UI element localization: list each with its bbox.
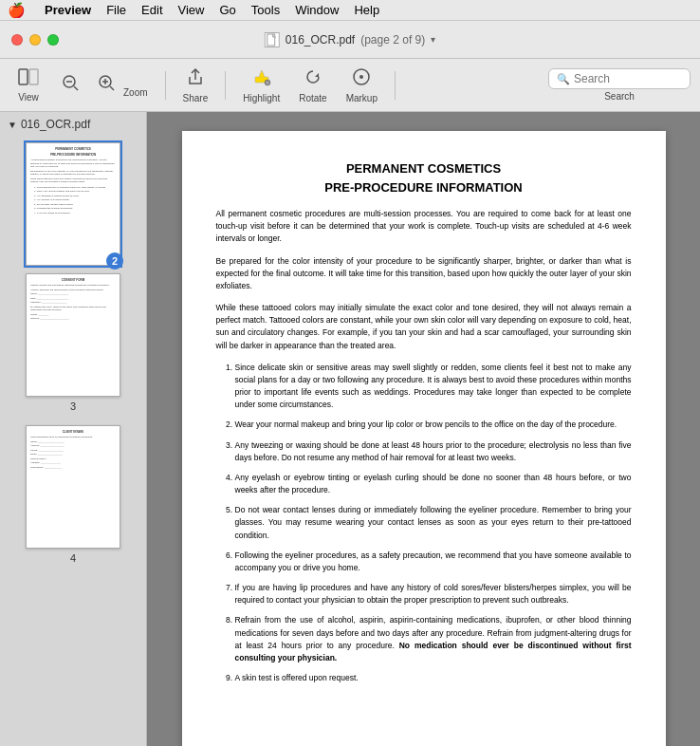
- zoom-out-icon: [61, 73, 80, 97]
- titlebar: 016_OCR.pdf (page 2 of 9) ▾: [0, 21, 700, 59]
- page-num-4: 4: [70, 552, 76, 564]
- doc-icon: [265, 32, 280, 47]
- menu-file[interactable]: File: [106, 3, 126, 17]
- zoom-label: Zoom: [123, 87, 148, 98]
- doc-para-3: While these tattooed colors may initiall…: [216, 302, 632, 352]
- list-item-6: Following the eyeliner procedures, as a …: [235, 550, 632, 574]
- svg-marker-13: [315, 73, 319, 77]
- rotate-button[interactable]: Rotate: [291, 64, 334, 107]
- share-icon: [186, 67, 205, 91]
- doc-title: PERMANENT COSMETICS PRE-PROCEDURE INFORM…: [216, 159, 632, 196]
- markup-label: Markup: [346, 93, 378, 103]
- list-item-7: If you are having lip procedures and hav…: [235, 582, 632, 606]
- rotate-label: Rotate: [299, 93, 326, 103]
- sidebar-page-3[interactable]: CONSENT FORM Patient consent and informa…: [0, 268, 146, 420]
- highlight-label: Highlight: [243, 93, 280, 103]
- separator-1: [165, 71, 166, 100]
- page-num-3: 3: [70, 401, 76, 412]
- sidebar-filename: 016_OCR.pdf: [21, 118, 90, 131]
- thumb-content-3: CONSENT FORM Patient consent and informa…: [27, 274, 120, 325]
- thumbnail-2: PERMANENT COSMETICS PRE-PROCEDURE INFORM…: [26, 142, 120, 266]
- list-item-9: A skin test is offered upon request.: [235, 672, 632, 684]
- svg-point-12: [266, 81, 268, 84]
- list-item-8-bold: No medication should ever be discontinue…: [235, 641, 632, 662]
- search-icon: 🔍: [557, 73, 570, 85]
- doc-para-2: Be prepared for the color intensity of y…: [216, 255, 632, 293]
- svg-rect-1: [19, 69, 28, 84]
- document-area[interactable]: PERMANENT COSMETICS PRE-PROCEDURE INFORM…: [147, 112, 700, 746]
- menubar: 🍎 Preview File Edit View Go Tools Window…: [0, 0, 700, 21]
- share-button[interactable]: Share: [175, 64, 216, 107]
- menu-tools[interactable]: Tools: [251, 3, 280, 17]
- title-chevron[interactable]: ▾: [431, 34, 435, 45]
- main-content: ▼ 016_OCR.pdf PERMANENT COSMETICS PRE-PR…: [0, 112, 700, 746]
- close-button[interactable]: [11, 34, 23, 46]
- maximize-button[interactable]: [47, 34, 59, 46]
- markup-button[interactable]: Markup: [339, 64, 385, 107]
- menu-view[interactable]: View: [178, 3, 205, 17]
- separator-2: [225, 71, 226, 100]
- minimize-button[interactable]: [29, 34, 41, 46]
- menu-window[interactable]: Window: [295, 3, 339, 17]
- title-page-info: (page 2 of 9): [360, 33, 425, 47]
- share-label: Share: [183, 93, 209, 103]
- sidebar: ▼ 016_OCR.pdf PERMANENT COSMETICS PRE-PR…: [0, 112, 147, 746]
- svg-rect-2: [29, 69, 38, 84]
- search-area: 🔍 Search: [548, 68, 691, 102]
- doc-para-1: All permanent cosmetic procedures are mu…: [216, 208, 632, 246]
- list-item-3: Any tweezing or waxing should be done at…: [235, 439, 632, 464]
- separator-3: [395, 71, 396, 100]
- thumbnail-3: CONSENT FORM Patient consent and informa…: [26, 273, 120, 397]
- sidebar-page-4[interactable]: CLIENT INTAKE Client information form fo…: [0, 420, 146, 571]
- menu-edit[interactable]: Edit: [141, 3, 162, 17]
- view-button[interactable]: View: [9, 65, 47, 106]
- traffic-lights: [11, 34, 59, 46]
- zoom-in-button[interactable]: [93, 69, 120, 101]
- thumbnail-4: CLIENT INTAKE Client information form fo…: [26, 425, 120, 549]
- doc-list: Since delicate skin or sensitive areas m…: [216, 362, 632, 685]
- rotate-icon: [304, 67, 322, 91]
- search-box[interactable]: 🔍: [548, 68, 691, 89]
- list-item-2: Wear your normal makeup and bring your l…: [235, 419, 632, 431]
- search-label: Search: [604, 91, 635, 102]
- pen-icon: [251, 67, 272, 91]
- list-item-5: Do not wear contact lenses during or imm…: [235, 504, 632, 542]
- sidebar-chevron-icon: ▼: [8, 120, 17, 130]
- zoom-in-icon: [97, 73, 116, 97]
- document-page: PERMANENT COSMETICS PRE-PROCEDURE INFORM…: [182, 131, 666, 746]
- svg-line-5: [74, 86, 78, 90]
- list-item-1: Since delicate skin or sensitive areas m…: [235, 362, 632, 412]
- list-item-4: Any eyelash or eyebrow tinting or eyelas…: [235, 472, 632, 496]
- menu-go[interactable]: Go: [219, 3, 235, 17]
- list-item-8: Refrain from the use of alcohol, aspirin…: [235, 614, 632, 664]
- highlight-button[interactable]: Highlight: [235, 64, 287, 107]
- thumb-content-2: PERMANENT COSMETICS PRE-PROCEDURE INFORM…: [27, 143, 120, 218]
- markup-icon: [352, 67, 371, 91]
- window-title: 016_OCR.pdf (page 2 of 9) ▾: [265, 32, 435, 47]
- view-label: View: [18, 92, 39, 103]
- thumb-content-4: CLIENT INTAKE Client information form fo…: [27, 426, 120, 473]
- menu-app-name[interactable]: Preview: [45, 3, 91, 17]
- view-icon: [18, 68, 39, 90]
- search-input[interactable]: [574, 72, 682, 85]
- apple-menu[interactable]: 🍎: [8, 2, 26, 19]
- svg-point-15: [359, 75, 363, 79]
- menu-help[interactable]: Help: [354, 3, 379, 17]
- title-doc-name: 016_OCR.pdf: [286, 33, 355, 47]
- toolbar: View Zoom: [0, 59, 700, 112]
- sidebar-header[interactable]: ▼ 016_OCR.pdf: [0, 112, 146, 137]
- zoom-out-button[interactable]: [51, 69, 89, 101]
- sidebar-page-2[interactable]: PERMANENT COSMETICS PRE-PROCEDURE INFORM…: [0, 137, 146, 268]
- svg-line-9: [110, 86, 114, 90]
